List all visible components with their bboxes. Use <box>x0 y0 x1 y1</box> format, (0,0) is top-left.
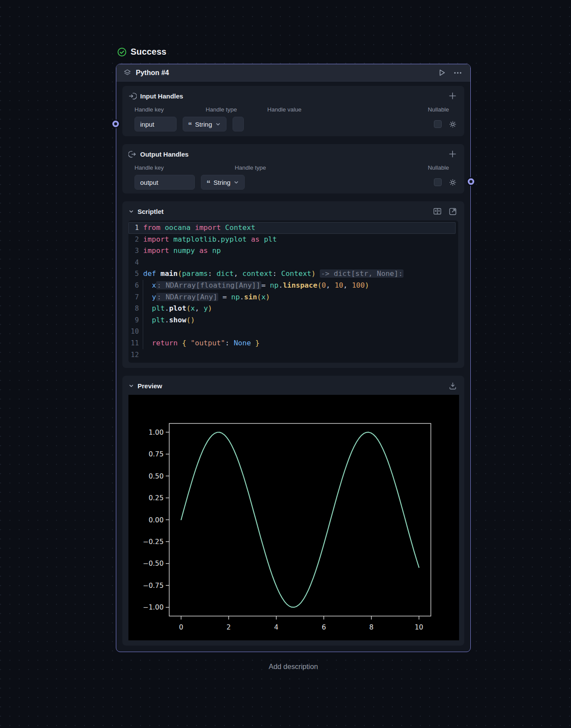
collapse-chevron-icon[interactable] <box>128 209 134 214</box>
open-external-icon[interactable] <box>447 206 458 217</box>
column-label-handle-value: Handle value <box>267 106 422 113</box>
docs-book-icon[interactable] <box>432 206 443 217</box>
input-handles-section: Input Handles Handle key Handle type Han… <box>122 86 464 136</box>
code-line-12: 12 <box>128 349 456 361</box>
input-connector-dot[interactable] <box>112 121 119 127</box>
handle-settings-button[interactable] <box>447 119 458 130</box>
preview-title: Preview <box>138 382 162 390</box>
svg-text:−1.00: −1.00 <box>143 603 164 611</box>
svg-text:6: 6 <box>322 623 326 631</box>
column-label-handle-key: Handle key <box>135 106 200 113</box>
handle-key-input[interactable] <box>135 117 177 131</box>
svg-text:0.50: 0.50 <box>148 472 164 480</box>
svg-text:0.00: 0.00 <box>148 516 164 524</box>
output-connector-dot[interactable] <box>468 178 474 185</box>
preview-section: Preview 0246810−1.00−0.75−0.50−0.250.000… <box>122 376 464 646</box>
input-handles-title: Input Handles <box>140 92 183 100</box>
handle-type-select[interactable]: “ String <box>183 117 226 131</box>
chevron-down-icon <box>233 180 239 185</box>
svg-text:4: 4 <box>274 623 279 631</box>
check-circle-icon <box>117 47 127 57</box>
scriptlet-section: Scriptlet <box>122 201 464 368</box>
matplotlib-preview: 0246810−1.00−0.75−0.50−0.250.000.250.500… <box>128 395 458 640</box>
node-title: Python #4 <box>136 69 169 77</box>
code-line-8: 8 plt.plot(x, y) <box>128 303 456 315</box>
output-handle-row: “ String <box>135 175 458 190</box>
download-icon[interactable] <box>447 380 458 391</box>
handle-value-input[interactable] <box>233 117 244 131</box>
nullable-checkbox[interactable] <box>434 120 442 128</box>
svg-text:0.75: 0.75 <box>148 450 164 458</box>
code-line-1: 1from oocana import Context <box>128 222 456 234</box>
preview-plot: 0246810−1.00−0.75−0.50−0.250.000.250.500… <box>128 395 459 640</box>
code-line-11: 11 return { "output": None } <box>128 338 456 349</box>
status-badge: Success <box>117 47 167 57</box>
column-label-handle-type: Handle type <box>235 164 422 171</box>
output-handles-icon <box>128 150 137 158</box>
svg-text:0: 0 <box>179 623 183 631</box>
code-line-3: 3import numpy as np <box>128 245 456 257</box>
code-lines: 1from oocana import Context2import matpl… <box>128 222 456 361</box>
svg-text:2: 2 <box>226 623 231 631</box>
svg-text:−0.50: −0.50 <box>143 560 164 567</box>
run-button[interactable] <box>436 67 448 79</box>
input-handle-row: “ String <box>135 117 458 131</box>
handle-settings-button[interactable] <box>447 177 458 188</box>
python-node: Python #4 Input Hand <box>116 64 471 652</box>
input-handles-icon <box>128 92 137 100</box>
code-line-5: 5def main(params: dict, context: Context… <box>128 268 456 280</box>
column-label-nullable: Nullable <box>428 106 458 113</box>
svg-text:−0.75: −0.75 <box>143 582 164 590</box>
svg-text:1.00: 1.00 <box>148 429 164 436</box>
code-editor[interactable]: 1from oocana import Context2import matpl… <box>128 220 458 363</box>
column-label-nullable: Nullable <box>428 164 458 171</box>
output-handles-title: Output Handles <box>140 151 189 158</box>
collapse-chevron-icon[interactable] <box>128 383 134 389</box>
flow-canvas[interactable]: Success Python #4 <box>0 0 571 728</box>
layers-icon <box>123 69 131 77</box>
code-line-10: 10 <box>128 326 456 338</box>
handle-type-value: String <box>195 121 212 128</box>
string-type-icon: “ <box>188 123 192 128</box>
svg-text:0.25: 0.25 <box>148 494 164 502</box>
handle-key-input[interactable] <box>135 175 195 190</box>
scriptlet-title: Scriptlet <box>138 208 164 215</box>
code-line-6: 6 x: NDArray[floating[Any]]= np.linspace… <box>128 280 456 292</box>
svg-text:10: 10 <box>415 623 423 631</box>
node-header[interactable]: Python #4 <box>116 64 470 82</box>
status-label: Success <box>131 47 167 57</box>
svg-text:8: 8 <box>369 623 374 631</box>
code-line-4: 4 <box>128 257 456 269</box>
more-options-button[interactable] <box>452 67 463 79</box>
code-line-2: 2import matplotlib.pyplot as plt <box>128 234 456 246</box>
handle-type-value: String <box>213 179 230 186</box>
column-label-handle-type: Handle type <box>206 106 261 113</box>
add-output-handle-button[interactable] <box>447 148 458 160</box>
output-handles-section: Output Handles Handle key Handle type Nu… <box>122 144 464 193</box>
string-type-icon: “ <box>207 181 210 186</box>
code-line-7: 7 y: NDArray[Any] = np.sin(x) <box>128 292 456 303</box>
nullable-checkbox[interactable] <box>434 178 442 186</box>
chevron-down-icon <box>215 121 221 127</box>
svg-text:−0.25: −0.25 <box>143 538 164 546</box>
add-description-button[interactable]: Add description <box>116 662 471 671</box>
add-input-handle-button[interactable] <box>447 90 458 102</box>
code-line-9: 9 plt.show() <box>128 315 456 326</box>
column-label-handle-key: Handle key <box>135 164 229 171</box>
handle-type-select[interactable]: “ String <box>201 175 245 190</box>
